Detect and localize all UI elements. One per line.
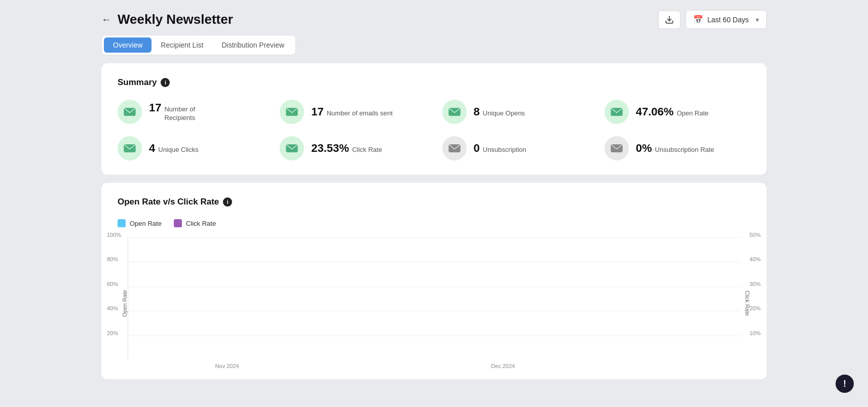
summary-title: Summary i [118, 77, 750, 88]
email-icon-open-rate [611, 107, 623, 116]
email-icon-unique-clicks [124, 144, 136, 153]
stat-emails-sent: 17 Number of emails sent [280, 100, 426, 124]
stat-label-unique-opens: Unique Opens [483, 109, 525, 118]
stat-icon-open-rate [605, 100, 629, 124]
grid-label-right-60: 30% [749, 281, 761, 287]
stat-click-rate: 23.53% Click Rate [280, 136, 426, 160]
stat-label-click-rate: Click Rate [352, 146, 382, 154]
grid-label-right-100: 50% [749, 232, 761, 238]
stat-label-unsubscription-rate: Unsubscription Rate [655, 146, 714, 154]
chart-grid: 100% 50% 80% 40% 60% 30% 40% 20% [128, 237, 740, 360]
x-label-dec: Dec 2024 [434, 363, 572, 369]
header-left: ← Weekly Newsletter [101, 12, 233, 27]
back-button[interactable]: ← [101, 14, 111, 25]
email-icon-unique-opens [448, 107, 461, 116]
stat-unique-clicks: 4 Unique Clicks [118, 136, 263, 160]
stat-icon-unsubscription [442, 136, 467, 160]
stat-label-unique-clicks: Unique Clicks [158, 146, 198, 154]
legend-open-rate: Open Rate [118, 219, 162, 227]
grid-label-right-20: 10% [749, 330, 761, 336]
stat-value-recipients: 17 [149, 101, 161, 114]
legend-click-rate: Click Rate [174, 219, 216, 227]
email-icon-emails-sent [286, 107, 298, 116]
tab-recipient-list[interactable]: Recipient List [152, 37, 212, 53]
stat-open-rate: 47.06% Open Rate [605, 100, 750, 124]
summary-grid: 17 Number ofRecipients 17 Number of emai… [118, 100, 750, 160]
stat-icon-unsubscription-rate [605, 136, 629, 160]
x-label-nov: Nov 2024 [158, 363, 296, 369]
tab-overview[interactable]: Overview [104, 37, 152, 53]
chart-card: Open Rate v/s Click Rate i Open Rate Cli… [101, 183, 767, 379]
stat-icon-unique-opens [442, 100, 467, 124]
grid-label-left-100: 100% [107, 232, 121, 238]
page-header: ← Weekly Newsletter 📅 Last 60 Days ▾ [101, 0, 767, 35]
chart-area: 100% 50% 80% 40% 60% 30% 40% 20% [128, 237, 740, 369]
stat-value-emails-sent: 17 [311, 105, 323, 118]
grid-label-right-80: 40% [749, 256, 761, 262]
stat-icon-unique-clicks [118, 136, 142, 160]
tab-distribution-preview[interactable]: Distribution Preview [212, 37, 293, 53]
legend-label-open-rate: Open Rate [130, 220, 162, 227]
x-label-empty1 [296, 363, 434, 369]
calendar-icon: 📅 [693, 15, 703, 24]
stat-value-unique-clicks: 4 [149, 142, 155, 155]
date-filter-label: Last 60 Days [707, 16, 749, 24]
stat-value-unsubscription: 0 [474, 142, 480, 155]
date-filter-button[interactable]: 📅 Last 60 Days ▾ [686, 10, 767, 29]
x-axis: Nov 2024 Dec 2024 [128, 360, 740, 369]
stat-label-unsubscription: Unsubscription [483, 146, 526, 154]
stat-value-open-rate: 47.06% [636, 105, 674, 118]
grid-label-left-20: 20% [107, 330, 118, 336]
download-icon [665, 15, 674, 24]
legend-label-click-rate: Click Rate [186, 220, 216, 227]
email-icon-recipients [124, 107, 136, 116]
legend-dot-open-rate [118, 219, 126, 227]
chart-legend: Open Rate Click Rate [118, 219, 750, 227]
stat-icon-click-rate [280, 136, 304, 160]
tabs-bar: Overview Recipient List Distribution Pre… [101, 35, 296, 55]
page-title: Weekly Newsletter [118, 12, 233, 27]
stat-label-open-rate: Open Rate [676, 109, 708, 118]
chart-container: Open Rate 100% 50% 80% 40% 60% 30% [118, 237, 750, 369]
stat-label-recipients: Number ofRecipients [164, 105, 195, 123]
y-axis-left-label: Open Rate [118, 237, 128, 369]
bars-row [128, 237, 740, 360]
stat-unsubscription-rate: 0% Unsubscription Rate [605, 136, 750, 160]
chart-info-icon[interactable]: i [223, 197, 232, 207]
x-label-empty2 [572, 363, 710, 369]
notification-button[interactable]: ! [836, 375, 854, 393]
stat-unique-opens: 8 Unique Opens [442, 100, 588, 124]
grid-label-left-40: 40% [107, 305, 118, 311]
email-icon-unsubscription-rate [611, 144, 623, 153]
stat-icon-emails-sent [280, 100, 304, 124]
legend-dot-click-rate [174, 219, 182, 227]
email-icon-click-rate [286, 144, 298, 153]
summary-card: Summary i 17 Number ofRecipients [101, 63, 767, 175]
stat-value-click-rate: 23.53% [311, 142, 349, 155]
chart-title: Open Rate v/s Click Rate i [118, 197, 750, 207]
notification-icon: ! [843, 379, 846, 389]
stat-value-unique-opens: 8 [474, 105, 480, 118]
stat-value-unsubscription-rate: 0% [636, 142, 652, 155]
email-icon-unsubscription [448, 144, 461, 153]
stat-icon-recipients [118, 100, 142, 124]
stat-recipients: 17 Number ofRecipients [118, 100, 263, 124]
chevron-down-icon: ▾ [756, 16, 759, 24]
stat-unsubscription: 0 Unsubscription [442, 136, 588, 160]
download-button[interactable] [658, 11, 681, 29]
stat-label-emails-sent: Number of emails sent [327, 109, 393, 118]
grid-label-left-80: 80% [107, 256, 118, 262]
grid-label-right-40: 20% [749, 305, 761, 311]
header-right: 📅 Last 60 Days ▾ [658, 10, 767, 29]
summary-info-icon[interactable]: i [161, 78, 170, 87]
grid-label-left-60: 60% [107, 281, 118, 287]
